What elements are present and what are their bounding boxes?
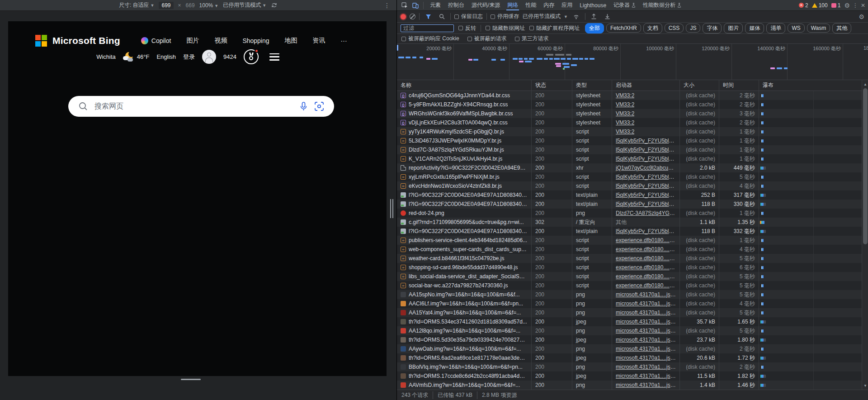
- initiator-link[interactable]: microsoft.43170a1....js:...: [616, 364, 676, 370]
- table-row[interactable]: ‹›eKvcHdnNwo1WcxoSioV4ztnfZk8.br.js200sc…: [397, 181, 868, 190]
- import-har-icon[interactable]: [589, 12, 599, 21]
- initiator-link[interactable]: microsoft.43170a1....js:...: [616, 373, 676, 379]
- initiator-link[interactable]: VM33:2: [616, 119, 634, 126]
- initiator-link[interactable]: microsoft.43170a1....js:...: [616, 300, 676, 307]
- weather-city[interactable]: Wichita: [96, 53, 116, 60]
- clear-network-icon[interactable]: [410, 14, 415, 19]
- export-har-icon[interactable]: [603, 12, 613, 21]
- weather-widget[interactable]: 46°F: [123, 52, 150, 62]
- initiator-link[interactable]: l5qlKyb5rPv_F2YU5blrnt...: [616, 138, 676, 144]
- initiator-link[interactable]: microsoft.43170a1....js:...: [616, 337, 676, 343]
- filter-chip-媒体[interactable]: 媒体: [745, 23, 764, 33]
- column-header-时间[interactable]: 时间: [719, 80, 759, 90]
- initiator-link[interactable]: microsoft.43170a1....js:...: [616, 346, 676, 352]
- nav-item-copilot[interactable]: Copilot: [141, 37, 171, 44]
- nav-item-[interactable]: 图片: [186, 37, 199, 45]
- initiator-link[interactable]: microsoft.43170a1....js:...: [616, 328, 676, 334]
- initiator-link[interactable]: experience.dfb0180....js:...: [616, 237, 676, 243]
- initiator-link[interactable]: microsoft.43170a1....js:...: [616, 291, 676, 298]
- filter-chip-字体[interactable]: 字体: [703, 23, 722, 33]
- scroll-up-icon[interactable]: ▲: [862, 81, 868, 87]
- search-network-icon[interactable]: [437, 12, 447, 21]
- tab-记录器[interactable]: 记录器: [610, 0, 639, 10]
- viewport-width-input[interactable]: 699: [159, 2, 173, 9]
- table-row[interactable]: AA12l8qo.img?w=16&h=16&q=100&m=6&f=...20…: [397, 326, 868, 335]
- nav-item-[interactable]: 地图: [285, 37, 297, 45]
- throttle-select-network[interactable]: 已停用节流模式▼: [523, 13, 568, 20]
- scroll-down-icon[interactable]: ▼: [862, 382, 868, 389]
- nav-item-[interactable]: 资讯: [313, 37, 326, 45]
- column-header-大小[interactable]: 大小: [680, 80, 719, 90]
- viewport-resize-handle-right[interactable]: [389, 199, 394, 218]
- initiator-link[interactable]: l5qlKyb5rPv_F2YU5blrnt...: [616, 201, 676, 207]
- warning-badge[interactable]: 100: [812, 2, 828, 9]
- column-header-名称[interactable]: 名称: [397, 80, 532, 90]
- initiator-link[interactable]: Dlzd7C-3A87Szlq4YGd...: [616, 210, 676, 216]
- search-input[interactable]: 搜索网页: [68, 96, 334, 117]
- viewport-height-input[interactable]: 669: [186, 2, 195, 9]
- error-badge[interactable]: ✕2: [799, 2, 808, 9]
- devtools-menu-icon[interactable]: ⋮: [853, 2, 858, 9]
- filter-chip-图片[interactable]: 图片: [724, 23, 743, 33]
- filter-chip-CSS[interactable]: CSS: [665, 24, 684, 33]
- nav-item-[interactable]: ···: [341, 37, 347, 44]
- visual-search-icon[interactable]: [314, 101, 324, 111]
- network-overview-timeline[interactable]: 20000 毫秒40000 毫秒60000 毫秒80000 毫秒100000 毫…: [397, 44, 868, 80]
- table-row[interactable]: l?IG=90C322F2C0D042E0A94E97A1D8083401&..…: [397, 200, 868, 209]
- table-row[interactable]: AACI6Lf.img?w=16&h=16&q=100&m=6&f=pn...2…: [397, 299, 868, 308]
- hide-data-urls-checkbox[interactable]: 隐藏数据网址: [486, 24, 525, 32]
- initiator-link[interactable]: jQ1w07qyCcc9l2abcuV-...: [616, 165, 676, 171]
- bing-logo[interactable]: Microsoft Bing: [35, 35, 120, 47]
- table-row[interactable]: {}5-y8FBmAkXLBZZghl-X94CRnsqg.br.css200s…: [397, 100, 868, 109]
- signin-link[interactable]: 登录: [183, 53, 195, 61]
- initiator-link[interactable]: l5qlKyb5rPv_F2YU5blrnt...: [616, 192, 676, 198]
- record-network-icon[interactable]: [401, 14, 406, 19]
- rotate-icon[interactable]: [271, 2, 278, 8]
- filter-input[interactable]: 过滤: [401, 24, 454, 32]
- throttle-select-device[interactable]: 已停用节流模式▼: [223, 1, 266, 9]
- nav-item-shopping[interactable]: Shopping: [242, 37, 269, 44]
- table-row[interactable]: ‹›xyjLmRPcGxtlu165plPwPFNiXjM.br.js200sc…: [397, 172, 868, 181]
- avatar[interactable]: [202, 50, 216, 64]
- initiator-link[interactable]: microsoft.43170a1....js:...: [616, 355, 676, 361]
- table-row[interactable]: th?id=ORMS.6ad2ea69ce1e817178e0aae3de97.…: [397, 353, 868, 362]
- table-row[interactable]: ‹›web-components_super-cards_dist_cards_…: [397, 245, 868, 254]
- column-header-类型[interactable]: 类型: [572, 80, 612, 90]
- overview-range-handle[interactable]: [397, 45, 398, 51]
- filter-chip-清单[interactable]: 清单: [766, 23, 785, 33]
- table-row[interactable]: ‹›publishers-service-client.4eb3464bd182…: [397, 236, 868, 245]
- issues-badge[interactable]: 1: [831, 2, 841, 9]
- table-row[interactable]: ‹›social-bar-wc.a227da79827b24730360.js2…: [397, 281, 868, 290]
- tab-源代码/来源[interactable]: 源代码/来源: [468, 0, 504, 10]
- initiator-link[interactable]: l5qlKyb5rPv_F2YU5blrnt...: [616, 147, 676, 153]
- filter-chip-文档[interactable]: 文档: [643, 23, 662, 33]
- column-header-瀑布[interactable]: 瀑布: [759, 80, 868, 90]
- initiator-link[interactable]: l5qlKyb5rPv_F2YU5blrnt...: [616, 156, 676, 162]
- preserve-log-checkbox[interactable]: 保留日志: [454, 13, 483, 20]
- network-settings-gear-icon[interactable]: ⚙: [859, 13, 864, 20]
- initiator-link[interactable]: experience.dfb0180....js:...: [616, 273, 676, 280]
- initiator-link[interactable]: experience.dfb0180....js:...: [616, 282, 676, 289]
- rewards-points[interactable]: 9424: [223, 53, 236, 60]
- disable-cache-checkbox[interactable]: 停用缓存: [491, 13, 519, 20]
- table-row[interactable]: ‹›yyTy1K4RWuKmyl5zdcSE-pGbgjQ.br.js200sc…: [397, 127, 868, 136]
- inspect-element-icon[interactable]: [400, 1, 410, 10]
- microphone-icon[interactable]: [299, 101, 308, 111]
- device-toolbar-menu-icon[interactable]: ⋮: [384, 2, 390, 9]
- table-row[interactable]: reportActivity?IG=90C322F2C0D042E0A94E97…: [397, 163, 868, 172]
- initiator-link[interactable]: VM33:2: [616, 101, 634, 108]
- filter-chip-WS[interactable]: WS: [788, 24, 804, 33]
- table-row[interactable]: th?id=ORMS.17ccde8c6d42b2cc48f91acba4de7…: [397, 371, 868, 381]
- table-row[interactable]: {}c4ruj6QGsmSnOG64gJJnnnYDa44.br.css200s…: [397, 91, 868, 100]
- filter-chip-Fetch/XHR[interactable]: Fetch/XHR: [606, 24, 641, 33]
- table-row[interactable]: AAywOab.img?w=16&h=16&q=100&m=6&f=...200…: [397, 344, 868, 353]
- blocked-checkbox-0[interactable]: 被屏蔽的响应 Cookie: [401, 35, 459, 43]
- table-row[interactable]: th?id=ORMS.5d30e35a79cb0339424e700827d7.…: [397, 335, 868, 344]
- tab-控制台[interactable]: 控制台: [444, 0, 468, 10]
- hamburger-menu-icon[interactable]: [269, 53, 279, 61]
- table-row[interactable]: AA15Yat4.img?w=16&h=16&q=100&m=6&f=...20…: [397, 308, 868, 317]
- initiator-link[interactable]: microsoft.43170a1....js:...: [616, 319, 676, 325]
- device-size-select[interactable]: 尺寸: 自适应▼: [119, 1, 155, 9]
- table-row[interactable]: red-dot-24.png200pngDlzd7C-3A87Szlq4YGd.…: [397, 209, 868, 218]
- initiator-link[interactable]: microsoft.43170a1....js:...: [616, 310, 676, 316]
